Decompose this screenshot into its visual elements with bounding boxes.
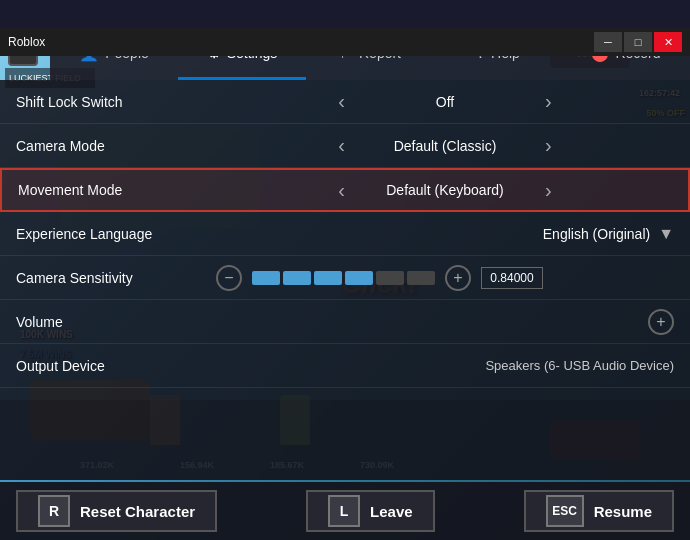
maximize-button[interactable]: □ bbox=[624, 32, 652, 52]
movement-mode-value: Default (Keyboard) bbox=[365, 182, 525, 198]
sensitivity-decrease-button[interactable]: − bbox=[216, 265, 242, 291]
experience-language-control: English (Original) ▼ bbox=[216, 225, 674, 243]
camera-sensitivity-label: Camera Sensitivity bbox=[16, 270, 216, 286]
volume-label: Volume bbox=[16, 314, 216, 330]
slider-seg-3 bbox=[314, 271, 342, 285]
app-title: Roblox bbox=[8, 35, 45, 49]
slider-seg-6 bbox=[407, 271, 435, 285]
camera-sensitivity-row: Camera Sensitivity − + 0.84000 bbox=[0, 256, 690, 300]
sensitivity-value: 0.84000 bbox=[481, 267, 543, 289]
shift-lock-value: Off bbox=[365, 94, 525, 110]
sensitivity-increase-button[interactable]: + bbox=[445, 265, 471, 291]
window-controls: ─ □ ✕ bbox=[594, 32, 682, 52]
output-device-row: Output Device Speakers (6- USB Audio Dev… bbox=[0, 344, 690, 388]
output-device-value: Speakers (6- USB Audio Device) bbox=[216, 358, 674, 373]
reset-label: Reset Character bbox=[80, 503, 195, 520]
shift-lock-next-button[interactable]: › bbox=[537, 86, 560, 117]
resume-button[interactable]: ESC Resume bbox=[524, 490, 674, 532]
close-window-button[interactable]: ✕ bbox=[654, 32, 682, 52]
camera-mode-value: Default (Classic) bbox=[365, 138, 525, 154]
settings-content: Shift Lock Switch ‹ Off › Camera Mode ‹ … bbox=[0, 80, 690, 480]
movement-mode-row: Movement Mode ‹ Default (Keyboard) › bbox=[0, 168, 690, 212]
action-bar: R Reset Character L Leave ESC Resume bbox=[0, 482, 690, 540]
slider-seg-5 bbox=[376, 271, 404, 285]
camera-mode-label: Camera Mode bbox=[16, 138, 216, 154]
reset-character-button[interactable]: R Reset Character bbox=[16, 490, 217, 532]
sensitivity-slider-track[interactable] bbox=[252, 271, 435, 285]
output-device-label: Output Device bbox=[16, 358, 216, 374]
shift-lock-label: Shift Lock Switch bbox=[16, 94, 216, 110]
shift-lock-row: Shift Lock Switch ‹ Off › bbox=[0, 80, 690, 124]
movement-mode-next-button[interactable]: › bbox=[537, 175, 560, 206]
slider-seg-4 bbox=[345, 271, 373, 285]
experience-language-label: Experience Language bbox=[16, 226, 216, 242]
camera-mode-prev-button[interactable]: ‹ bbox=[330, 130, 353, 161]
slider-seg-2 bbox=[283, 271, 311, 285]
chevron-down-icon: ▼ bbox=[658, 225, 674, 243]
camera-mode-row: Camera Mode ‹ Default (Classic) › bbox=[0, 124, 690, 168]
volume-control: + bbox=[216, 309, 674, 335]
slider-seg-1 bbox=[252, 271, 280, 285]
title-bar: Roblox ─ □ ✕ bbox=[0, 28, 690, 56]
camera-sensitivity-control: − + 0.84000 bbox=[216, 265, 674, 291]
volume-row: Volume + bbox=[0, 300, 690, 344]
camera-mode-next-button[interactable]: › bbox=[537, 130, 560, 161]
minimize-button[interactable]: ─ bbox=[594, 32, 622, 52]
leave-key: L bbox=[328, 495, 360, 527]
experience-language-row: Experience Language English (Original) ▼ bbox=[0, 212, 690, 256]
leave-label: Leave bbox=[370, 503, 413, 520]
leave-button[interactable]: L Leave bbox=[306, 490, 435, 532]
movement-mode-prev-button[interactable]: ‹ bbox=[330, 175, 353, 206]
shift-lock-control: ‹ Off › bbox=[216, 86, 674, 117]
reset-key: R bbox=[38, 495, 70, 527]
camera-mode-control: ‹ Default (Classic) › bbox=[216, 130, 674, 161]
experience-language-value: English (Original) bbox=[543, 226, 650, 242]
volume-increase-button[interactable]: + bbox=[648, 309, 674, 335]
movement-mode-label: Movement Mode bbox=[18, 182, 218, 198]
resume-label: Resume bbox=[594, 503, 652, 520]
movement-mode-control: ‹ Default (Keyboard) › bbox=[218, 175, 672, 206]
shift-lock-prev-button[interactable]: ‹ bbox=[330, 86, 353, 117]
resume-key: ESC bbox=[546, 495, 584, 527]
